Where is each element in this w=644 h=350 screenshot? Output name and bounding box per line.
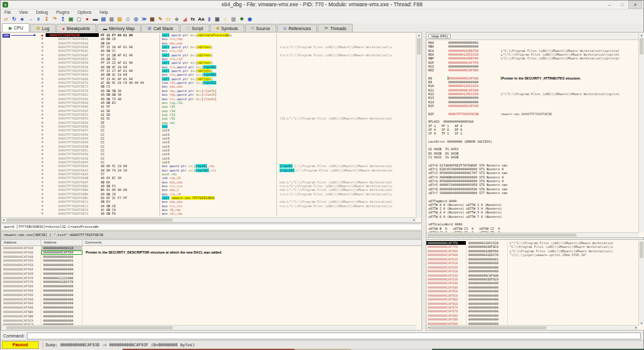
step-over-icon[interactable]: ↷ (51, 16, 58, 23)
stack-vertical-scrollbar[interactable]: ▼ (638, 240, 644, 326)
restart-icon[interactable]: ↻ (11, 16, 18, 23)
registers-horizontal-scrollbar[interactable] (426, 232, 639, 237)
menu-item-help[interactable]: Help (99, 10, 108, 14)
stack-pane[interactable]: 0000000000CAF7F00000000012A51520L"\"C:\\… (426, 239, 644, 331)
dump-comment (83, 280, 421, 284)
step-into-icon[interactable]: ↧ (43, 16, 50, 23)
tab-label: Symbols (221, 26, 238, 31)
threads-icon[interactable]: ≫ (141, 16, 148, 23)
memory-map-icon[interactable]: ▬ (92, 16, 99, 23)
tab-script[interactable]: ▢Script (180, 24, 209, 32)
hide-fpu-button[interactable]: Hide FPU (428, 34, 451, 39)
tab-memory-map[interactable]: ▬Memory Map (97, 24, 141, 32)
dump-row[interactable]: 0000000000CAF9700000000011121080 (1, 276, 421, 281)
call-stack-icon: ▥ (148, 26, 151, 31)
menu-item-options[interactable]: Options (77, 10, 92, 14)
dump-row[interactable]: 0000000000CAF9600000000000000000 (1, 267, 421, 272)
dump-comment (83, 310, 421, 314)
log-icon[interactable]: ▧ (116, 16, 123, 23)
menu-item-file[interactable]: File (4, 10, 11, 14)
registers-pane[interactable]: Hide FPU RAX0000000000000001RBX000000000… (426, 32, 644, 238)
dump-comment (83, 255, 421, 259)
register-comment: L"C:\\Program Files (x86)\\VMware\\VMwar… (501, 49, 620, 53)
dump-row[interactable]: 0000000000CAF9380000000000000018 (1, 246, 421, 250)
menu-item-debug[interactable]: Debug (35, 10, 48, 14)
windows-icon[interactable]: ▦ (108, 16, 115, 23)
title-bar[interactable]: x x64_dbg - File: vmware-vmx.exe - PID: … (1, 1, 643, 9)
dump-value: 0000000000000000 (41, 267, 83, 272)
tab-cpu[interactable]: ▣CPU (2, 23, 29, 32)
calculator-icon[interactable]: ▩ (149, 16, 156, 23)
dump-value: 0000000000000000 (41, 306, 83, 310)
menu-item-view[interactable]: View (18, 10, 28, 14)
menu-item-plugins[interactable]: Plugins (56, 10, 70, 14)
dump-row[interactable]: 0000000000CAF9B00000000000000000 (1, 310, 421, 314)
dump-value: 0000000000000000 (41, 263, 83, 267)
patch-icon[interactable]: ✎ (157, 16, 164, 23)
dump-row[interactable]: 0000000000CAF9900000000000000000 (1, 293, 421, 297)
breakpoint-icon[interactable]: ● (84, 16, 91, 23)
table-icon[interactable]: ▦ (214, 16, 221, 23)
dump-row[interactable]: 0000000000CAF9480000000000000000 (1, 255, 421, 259)
tab-label: Source (256, 26, 270, 31)
dump-row[interactable]: 0000000000CAF9980000000000000000 (1, 297, 421, 302)
dump-row[interactable]: 0000000000CAF9C00000000000000000 (1, 319, 421, 323)
dump-horizontal-scrollbar[interactable] (1, 325, 416, 330)
registers-vertical-scrollbar[interactable]: ▲ (638, 33, 644, 232)
dump-address: 0000000000CAF948 (1, 255, 41, 259)
dump-row[interactable]: 0000000000CAF97800000000041D6570 (1, 280, 421, 284)
tab-symbols[interactable]: ◆Symbols (210, 24, 244, 32)
stack-horizontal-scrollbar[interactable]: ◄► (426, 325, 638, 330)
close-button[interactable]: ✕ (628, 1, 642, 9)
disassembly-pane[interactable]: RIP●00007FF7685F0E3BFF 15 F7 A9 61 00cal… (1, 32, 422, 223)
font-icon[interactable]: Aa (198, 16, 204, 23)
script-icon: ▢ (186, 26, 190, 31)
execute-till-return-icon[interactable]: ↥ (59, 16, 66, 23)
dump-address: 0000000000CAF968 (1, 272, 41, 276)
dump-row[interactable]: 0000000000CAF9A00000000000000000 (1, 301, 421, 306)
cpu-icon[interactable]: ▣ (68, 16, 74, 23)
dump-row[interactable]: 0000000000CAF9800000000000000000 (1, 284, 421, 289)
shortcuts-icon[interactable]: ▥ (230, 16, 237, 23)
disasm-vertical-scrollbar[interactable]: ▲ (416, 33, 421, 218)
dump-row[interactable]: 0000000000CAF9B80000000000000000 (1, 314, 421, 319)
tab-references[interactable]: ◎References (277, 24, 317, 32)
bookmark-icon[interactable]: ◆ (173, 16, 180, 23)
maximize-button[interactable]: □ (616, 1, 628, 8)
call-stack-icon[interactable]: ▤ (100, 16, 107, 23)
dump-pane[interactable]: Address Address Comments 0000000000CAF93… (1, 239, 422, 331)
open-file-icon[interactable]: ▱ (3, 16, 9, 23)
dump-row[interactable]: 0000000000CAF9500000000000040001 (1, 259, 421, 263)
dump-address: 0000000000CAF990 (1, 293, 41, 297)
search-icon[interactable]: ◎ (133, 16, 139, 23)
pause-icon[interactable]: ‖ (35, 16, 42, 23)
row-dot-icon[interactable]: ● (39, 212, 46, 215)
disasm-jump-margin (1, 212, 39, 215)
close-process-icon[interactable]: ■ (19, 16, 26, 23)
disasm-row[interactable]: ●00007FF7685F0EC948 8B F8mov rdi,rax (1, 212, 416, 215)
log-icon: ▤ (36, 26, 40, 31)
command-input[interactable] (27, 332, 641, 339)
tab-threads[interactable]: ≫Threads (318, 24, 353, 32)
tab-log[interactable]: ▤Log (30, 24, 56, 32)
dump-row[interactable]: 0000000000CAF9680000000000000000 (1, 272, 421, 276)
notes-icon[interactable]: ◇ (124, 16, 131, 23)
disasm-horizontal-scrollbar[interactable]: ◄► (1, 217, 416, 222)
plugins-icon[interactable]: ❖ (238, 16, 245, 23)
minimize-button[interactable]: – (603, 1, 616, 8)
dump-row[interactable]: 0000000000CAF9A80000000000000000 (1, 306, 421, 310)
comment-icon[interactable]: ▭ (165, 16, 172, 23)
about-icon[interactable]: ◉ (246, 16, 253, 23)
tab-call-stack[interactable]: ▥Call Stack (141, 24, 179, 32)
highlight-icon[interactable]: ▮ (206, 16, 213, 23)
run-icon[interactable]: → (27, 16, 34, 23)
bulb-icon[interactable]: ☼ (222, 16, 229, 23)
tab-source[interactable]: ◇Source (245, 24, 276, 32)
function-icon[interactable]: fx (189, 16, 196, 23)
dump-row[interactable]: 0000000000CAF9880000000000000000 (1, 289, 421, 293)
tab-breakpoints[interactable]: ●Breakpoints (56, 24, 96, 32)
eraser-icon[interactable]: ◢ (181, 16, 188, 23)
edit-icon[interactable]: ▢ (76, 16, 83, 23)
dump-row[interactable]: 0000000000CAF9580000000000000000 (1, 263, 421, 267)
dump-row[interactable]: 0000000000CAF9400000000000CAF950Pointer … (1, 250, 421, 255)
